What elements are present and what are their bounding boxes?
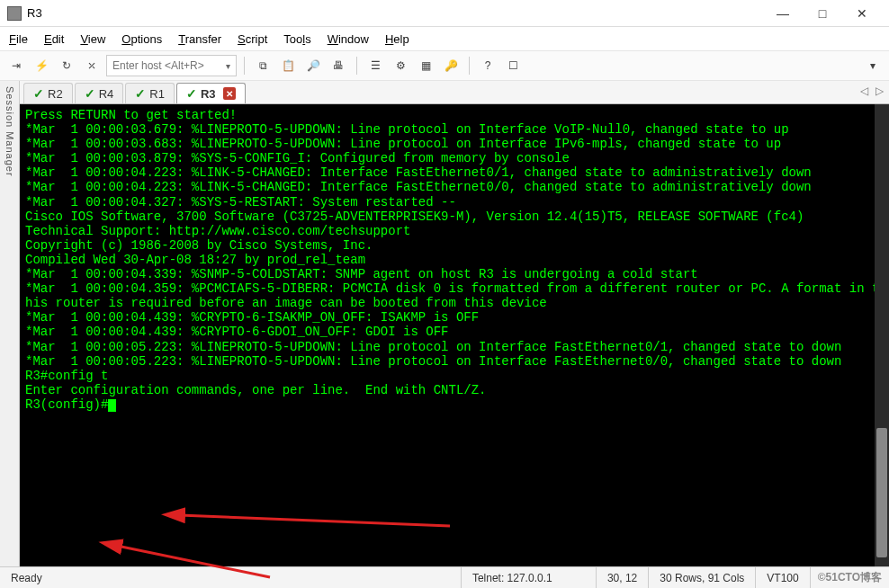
terminal-line: Press RETURN to get started!	[25, 108, 884, 122]
help-icon[interactable]: ?	[477, 55, 498, 76]
terminal-line: *Mar 1 00:00:04.327: %SYS-5-RESTART: Sys…	[25, 195, 884, 209]
paste-icon[interactable]: 📋	[277, 55, 299, 76]
titlebar: R3 — □ ✕	[0, 0, 889, 27]
tab-next-icon[interactable]: ▷	[876, 85, 884, 97]
terminal-line: *Mar 1 00:00:04.339: %SNMP-5-COLDSTART: …	[25, 267, 884, 281]
tab-label: R4	[99, 87, 114, 101]
tab-label: R1	[149, 87, 165, 101]
terminal-line: R3(config)#	[25, 397, 884, 412]
toolbar: ⇥ ⚡ ↻ ⤫ ▾ ⧉ 📋 🔎 🖶 ☰ ⚙ ▦ 🔑 ? ☐ ▾	[0, 50, 889, 81]
tab-r2[interactable]: ✓R2	[23, 83, 73, 103]
menu-script[interactable]: Script	[238, 32, 267, 46]
terminal-line: *Mar 1 00:00:03.879: %SYS-5-CONFIG_I: Co…	[25, 151, 884, 165]
session-icon[interactable]: ▦	[415, 55, 436, 76]
host-field[interactable]: ▾	[106, 55, 237, 76]
watermark: ©51CTO博客	[811, 570, 889, 585]
window-title: R3	[27, 6, 42, 20]
status-cursor-pos: 30, 12	[597, 567, 649, 588]
tab-label: R2	[48, 87, 63, 101]
reconnect-icon[interactable]: ↻	[56, 55, 77, 76]
status-connection: Telnet: 127.0.0.1	[462, 567, 597, 588]
copy-icon[interactable]: ⧉	[252, 55, 274, 76]
menu-tools[interactable]: Tools	[283, 32, 310, 46]
key-icon[interactable]: 🔑	[440, 55, 462, 76]
status-dimensions: 30 Rows, 91 Cols	[649, 567, 756, 588]
minimize-button[interactable]: —	[763, 1, 803, 26]
terminal-line: Compiled Wed 30-Apr-08 18:27 by prod_rel…	[25, 253, 884, 267]
terminal-line: *Mar 1 00:00:04.359: %PCMCIAFS-5-DIBERR:…	[25, 281, 884, 310]
check-icon: ✓	[85, 87, 95, 100]
terminal-line: Technical Support: http://www.cisco.com/…	[25, 224, 884, 238]
menu-options[interactable]: Options	[121, 32, 162, 46]
properties-icon[interactable]: ☰	[364, 55, 386, 76]
status-terminal-type: VT100	[756, 567, 810, 588]
menu-window[interactable]: Window	[328, 32, 369, 46]
tab-prev-icon[interactable]: ◁	[860, 85, 868, 97]
terminal-line: *Mar 1 00:00:04.223: %LINK-5-CHANGED: In…	[25, 165, 884, 180]
terminal[interactable]: Press RETURN to get started!*Mar 1 00:00…	[20, 104, 889, 566]
check-icon: ✓	[33, 87, 44, 100]
scrollbar[interactable]	[875, 104, 889, 566]
host-input[interactable]	[112, 59, 220, 72]
tab-r3[interactable]: ✓R3✕	[176, 83, 246, 103]
disconnect-icon[interactable]: ⤫	[81, 55, 103, 76]
terminal-line: *Mar 1 00:00:05.223: %LINEPROTO-5-UPDOWN…	[25, 340, 884, 354]
session-manager-label: Session Manager	[4, 86, 15, 177]
find-icon[interactable]: 🔎	[302, 55, 324, 76]
terminal-line: *Mar 1 00:00:04.439: %CRYPTO-6-GDOI_ON_O…	[25, 325, 884, 339]
terminal-line: Copyright (c) 1986-2008 by Cisco Systems…	[25, 238, 884, 253]
session-manager-sidebar[interactable]: Session Manager	[0, 81, 20, 566]
statusbar: Ready Telnet: 127.0.0.1 30, 12 30 Rows, …	[0, 566, 889, 588]
menu-help[interactable]: Help	[385, 32, 409, 46]
terminal-line: Enter configuration commands, one per li…	[25, 383, 884, 397]
tab-r4[interactable]: ✓R4	[75, 83, 124, 103]
main-panel: ✓R2 ✓R4 ✓R1 ✓R3✕ ◁ ▷ Press RETURN to get…	[20, 81, 889, 566]
check-icon: ✓	[186, 87, 197, 100]
toolbar-overflow-icon[interactable]: ▾	[862, 55, 884, 76]
terminal-line: *Mar 1 00:00:05.223: %LINEPROTO-5-UPDOWN…	[25, 354, 884, 369]
tab-label: R3	[201, 87, 216, 101]
tab-r1[interactable]: ✓R1	[125, 83, 175, 103]
toggle-icon[interactable]: ☐	[502, 55, 524, 76]
close-button[interactable]: ✕	[842, 1, 882, 26]
terminal-line: *Mar 1 00:00:03.683: %LINEPROTO-5-UPDOWN…	[25, 137, 884, 151]
terminal-line: *Mar 1 00:00:04.439: %CRYPTO-6-ISAKMP_ON…	[25, 310, 884, 325]
chevron-down-icon[interactable]: ▾	[226, 61, 230, 71]
separator	[244, 57, 245, 75]
menu-edit[interactable]: Edit	[44, 32, 64, 46]
app-icon	[7, 6, 22, 21]
terminal-line: *Mar 1 00:00:03.679: %LINEPROTO-5-UPDOWN…	[25, 122, 884, 137]
close-tab-icon[interactable]: ✕	[223, 87, 236, 100]
work-area: Session Manager ✓R2 ✓R4 ✓R1 ✓R3✕ ◁ ▷ Pre…	[0, 81, 889, 566]
check-icon: ✓	[135, 87, 146, 100]
terminal-line: R3#config t	[25, 369, 884, 383]
menu-transfer[interactable]: Transfer	[178, 32, 221, 46]
terminal-line: Cisco IOS Software, 3700 Software (C3725…	[25, 209, 884, 224]
scrollbar-thumb[interactable]	[876, 428, 887, 557]
menu-file[interactable]: File	[9, 32, 28, 46]
menubar: File Edit View Options Transfer Script T…	[0, 27, 889, 50]
terminal-line: *Mar 1 00:00:04.223: %LINK-5-CHANGED: In…	[25, 180, 884, 194]
print-icon[interactable]: 🖶	[328, 55, 349, 76]
cursor	[108, 399, 116, 412]
maximize-button[interactable]: □	[803, 1, 842, 26]
gear-icon[interactable]: ⚙	[390, 55, 411, 76]
quick-connect-icon[interactable]: ⚡	[31, 55, 52, 76]
session-tabs: ✓R2 ✓R4 ✓R1 ✓R3✕ ◁ ▷	[20, 81, 889, 104]
status-ready: Ready	[0, 567, 462, 588]
connect-icon[interactable]: ⇥	[5, 55, 27, 76]
separator	[356, 57, 357, 75]
separator	[469, 57, 470, 75]
menu-view[interactable]: View	[80, 32, 105, 46]
